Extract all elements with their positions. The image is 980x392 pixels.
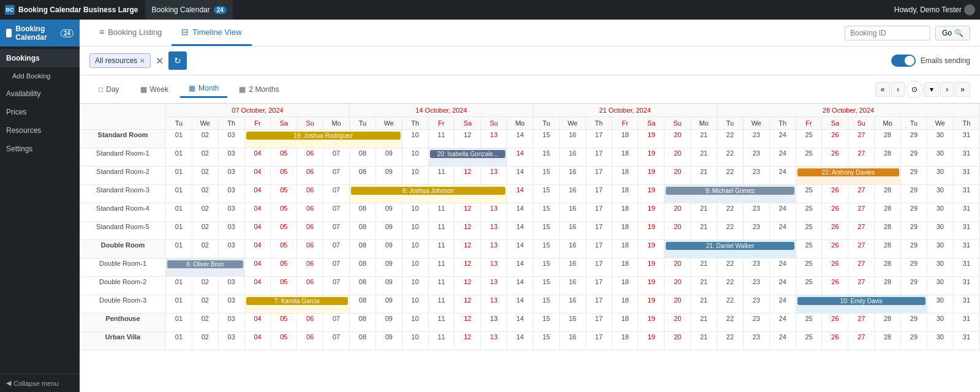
booking-id-input[interactable] <box>845 26 930 40</box>
view-tab-2months[interactable]: ▦ 2 Months <box>230 81 288 98</box>
booking-daniel-walker[interactable]: 21: Daniel Walker <box>665 240 796 258</box>
go-button[interactable]: Go 🔍 <box>935 26 970 40</box>
week-icon: ▦ <box>140 85 147 94</box>
calendar-container: □ Day ▦ Week ▦ Month ▦ 2 Months « ‹ <box>80 75 980 392</box>
view-tab-month[interactable]: ▦ Month <box>180 80 227 98</box>
collapse-menu[interactable]: ◀ Collapse menu <box>0 374 80 392</box>
resource-standard-room-4: Standard Room-4 <box>80 203 166 222</box>
day-header: Fr <box>796 117 822 130</box>
table-row: Double Room 010203 040506 07080910 11121… <box>80 240 980 258</box>
sidebar-badge: 24 <box>61 29 74 37</box>
filter-bar: All resources × ✕ ↻ Emails sending <box>80 47 980 75</box>
brand-icon <box>6 29 12 37</box>
nav-last-button[interactable]: » <box>955 82 970 97</box>
booking-bar[interactable]: 19: Joshua Rodriguez <box>246 132 401 140</box>
sidebar-prices-label: Prices <box>6 108 26 116</box>
day-header: Mo <box>691 117 717 130</box>
view-tab-week[interactable]: ▦ Week <box>131 81 178 98</box>
booking-bar[interactable]: 9: Michael Gomez <box>666 187 794 195</box>
table-row: Urban Villa 010203 040506 07080910 11121… <box>80 332 980 350</box>
filter-clear-button[interactable]: ✕ <box>156 55 164 67</box>
booking-bar[interactable]: 20: Isabella Gonzale... <box>430 150 506 158</box>
toggle-knob <box>905 56 914 66</box>
nav-today-button[interactable]: ⊙ <box>906 81 923 98</box>
filter-right: Emails sending <box>891 55 970 67</box>
nav-dropdown-button[interactable]: ▾ <box>924 82 939 97</box>
day-header: Fr <box>428 117 454 130</box>
resource-standard-room: Standard Room <box>80 130 166 148</box>
booking-michael-gomez[interactable]: 9: Michael Gomez <box>665 185 796 203</box>
sidebar-item-add-booking[interactable]: Add Booking <box>0 67 80 85</box>
filter-tag-label: All resources <box>95 56 137 65</box>
sidebar-item-bookings[interactable]: Bookings <box>0 49 80 67</box>
filter-tag-remove[interactable]: × <box>140 56 145 65</box>
booking-anthony-davies[interactable]: 22: Anthony Davies <box>796 167 900 185</box>
week-label: Week <box>150 85 168 94</box>
day-header: Sa <box>271 117 297 130</box>
day-header: We <box>743 117 769 130</box>
listing-icon: ≡ <box>99 27 104 37</box>
sidebar-brand: Booking Calendar 24 <box>0 20 80 47</box>
day-header: Fr <box>612 117 638 130</box>
booking-joshua-johnson[interactable]: 8: Joshua Johnson <box>350 185 507 203</box>
booking-isabella[interactable]: 20: Isabella Gonzale... <box>428 148 507 167</box>
table-row: Standard Room-5 010203 040506 07080910 1… <box>80 222 980 240</box>
booking-oliver-bron[interactable]: 6: Oliver Bron <box>166 258 245 277</box>
sidebar-item-prices[interactable]: Prices <box>0 103 80 121</box>
booking-bar[interactable]: 10: Emily Davis <box>797 297 925 305</box>
week3-header: 21 October, 2024 <box>533 104 717 117</box>
view-tabs-nav: « ‹ ⊙ ▾ › » <box>875 81 970 98</box>
top-bar: BC Booking Calendar Business Large Booki… <box>0 0 980 20</box>
sidebar-item-resources[interactable]: Resources <box>0 121 80 140</box>
top-bar-tab[interactable]: Booking Calendar 24 <box>145 0 233 20</box>
booking-bar[interactable]: 22: Anthony Davies <box>797 168 899 176</box>
filter-refresh-button[interactable]: ↻ <box>168 51 187 70</box>
nav-next-button[interactable]: › <box>940 82 954 97</box>
tab-timeline-view[interactable]: ⊟ Timeline View <box>172 20 251 46</box>
resource-standard-room-2: Standard Room-2 <box>80 167 166 185</box>
nav-first-button[interactable]: « <box>875 82 891 97</box>
day-header: Th <box>586 117 612 130</box>
resource-double-room-1: Double Room-1 <box>80 258 166 277</box>
resource-double-room-3: Double Room-3 <box>80 295 166 314</box>
day-header: We <box>192 117 218 130</box>
day-header: Tu <box>901 117 927 130</box>
day-header: We <box>375 117 402 130</box>
sidebar-menu: Bookings Add Booking Availability Prices… <box>0 47 80 374</box>
resource-standard-room-5: Standard Room-5 <box>80 222 166 240</box>
week2-header: 14 October, 2024 <box>350 104 533 117</box>
booking-bar[interactable]: 7: Kamila Garcia <box>246 297 348 305</box>
table-row: Standard Room-4 010203 040506 07080910 1… <box>80 203 980 222</box>
day-header: Su <box>481 117 507 130</box>
calendar-scroll[interactable]: 07 October, 2024 14 October, 2024 21 Oct… <box>80 104 980 350</box>
day-header: Sa <box>822 117 848 130</box>
day-header: Th <box>953 117 979 130</box>
app-title: Booking Calendar Business Large <box>18 6 138 14</box>
week4-header: 28 October, 2024 <box>717 104 980 117</box>
booking-bar[interactable]: 8: Joshua Johnson <box>351 187 505 195</box>
resource-double-room-2: Double Room-2 <box>80 277 166 295</box>
booking-bar[interactable]: 6: Oliver Bron <box>167 260 243 268</box>
view-tab-day[interactable]: □ Day <box>89 81 129 98</box>
sidebar: Booking Calendar 24 Bookings Add Booking… <box>0 20 80 392</box>
week1-header: 07 October, 2024 <box>166 104 350 117</box>
user-avatar <box>964 4 975 15</box>
emails-sending-label: Emails sending <box>921 56 970 65</box>
emails-toggle[interactable] <box>891 55 916 67</box>
booking-joshua-rodriguez[interactable]: 19: Joshua Rodriguez <box>244 130 402 148</box>
sidebar-item-settings[interactable]: Settings <box>0 140 80 158</box>
go-label: Go <box>942 29 952 37</box>
booking-emily-davis[interactable]: 10: Emily Davis <box>796 295 927 314</box>
resource-urban-villa: Urban Villa <box>80 332 166 350</box>
2months-label: 2 Months <box>249 85 279 94</box>
table-row: Double Room-1 6: Oliver Bron 040506 0708… <box>80 258 980 277</box>
nav-prev-button[interactable]: ‹ <box>891 82 905 97</box>
day-header: Su <box>297 117 323 130</box>
day-header: Mo <box>875 117 901 130</box>
booking-bar[interactable]: 21: Daniel Walker <box>666 242 794 250</box>
sidebar-item-availability[interactable]: Availability <box>0 85 80 103</box>
day-icon: □ <box>99 85 103 94</box>
table-row: Penthouse 010203 040506 07080910 111213 … <box>80 314 980 332</box>
tab-booking-listing[interactable]: ≡ Booking Listing <box>89 20 172 46</box>
booking-kamila-garcia[interactable]: 7: Kamila Garcia <box>244 295 349 314</box>
